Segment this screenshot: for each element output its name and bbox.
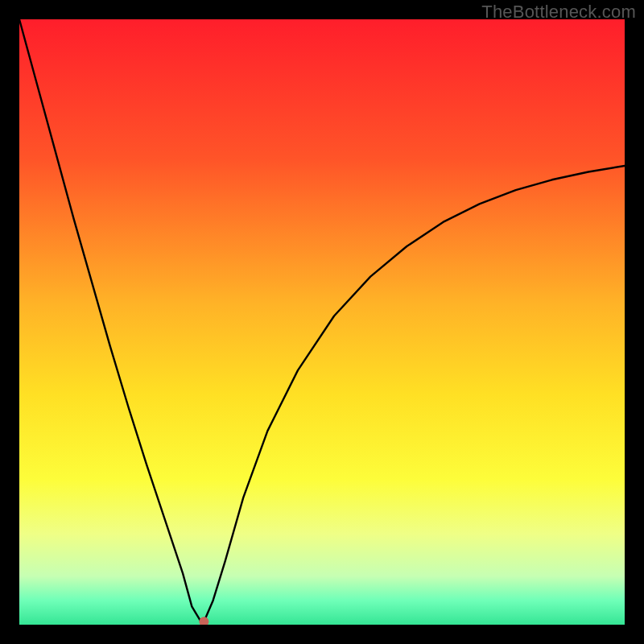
chart-frame: TheBottleneck.com: [0, 0, 644, 644]
gradient-background: [19, 19, 625, 625]
bottleneck-plot: [19, 19, 625, 625]
